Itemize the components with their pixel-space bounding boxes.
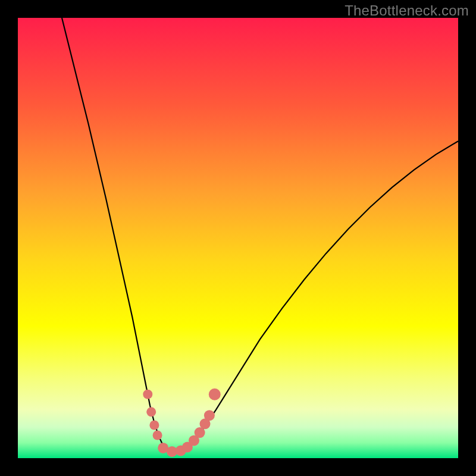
watermark-text: TheBottleneck.com	[345, 2, 469, 19]
marker-group	[143, 389, 220, 457]
data-marker	[143, 390, 152, 399]
data-marker	[146, 407, 156, 416]
data-marker	[149, 421, 159, 430]
data-marker	[153, 431, 162, 440]
outer-frame: TheBottleneck.com	[0, 0, 476, 476]
data-marker	[209, 389, 221, 400]
curve-left	[62, 18, 168, 452]
curve-right	[176, 141, 458, 452]
data-marker	[204, 410, 215, 421]
plot-area	[18, 18, 458, 458]
plot-overlay	[18, 18, 458, 458]
